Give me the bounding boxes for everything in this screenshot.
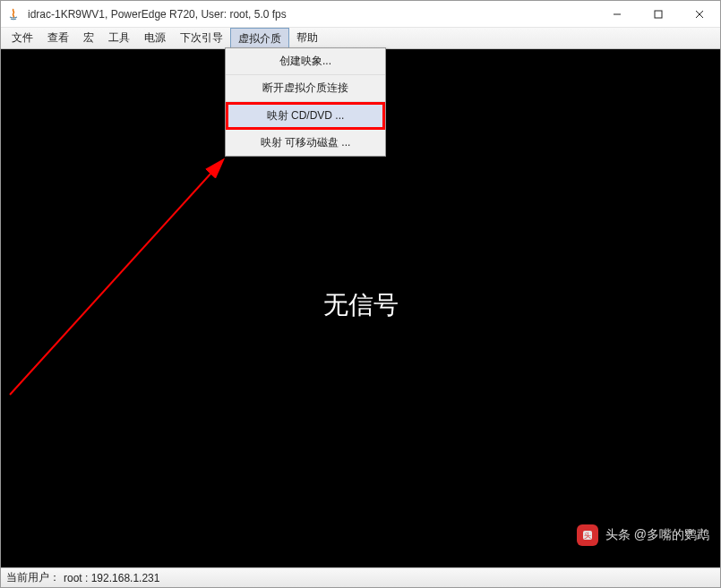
menu-file[interactable]: 文件 [4, 28, 40, 48]
statusbar: 当前用户： root : 192.168.1.231 [1, 567, 720, 587]
annotation-arrow [3, 99, 236, 404]
java-icon [6, 7, 21, 21]
menu-macro[interactable]: 宏 [76, 28, 101, 48]
menu-view[interactable]: 查看 [40, 28, 76, 48]
maximize-button[interactable] [638, 1, 679, 27]
window-controls [597, 1, 720, 27]
menu-virtual-media[interactable]: 虚拟介质 [230, 28, 289, 48]
svg-text:头: 头 [584, 532, 591, 540]
status-user-value: root : 192.168.1.231 [64, 572, 159, 584]
menu-tools[interactable]: 工具 [101, 28, 137, 48]
watermark-handle: @多嘴的鹦鹉 [634, 527, 709, 543]
dropdown-map-cddvd[interactable]: 映射 CD/DVD ... [226, 102, 385, 130]
status-label: 当前用户： [6, 570, 60, 585]
watermark: 头 头条 @多嘴的鹦鹉 [577, 524, 709, 546]
watermark-brand: 头条 [605, 527, 631, 543]
menu-help[interactable]: 帮助 [289, 28, 325, 48]
watermark-logo-icon: 头 [577, 524, 598, 546]
dropdown-create-image[interactable]: 创建映象... [226, 48, 385, 75]
svg-rect-1 [655, 11, 662, 18]
no-signal-message: 无信号 [323, 288, 399, 322]
titlebar: idrac-1KR9WV1, PowerEdge R720, User: roo… [1, 1, 720, 28]
menu-power[interactable]: 电源 [137, 28, 173, 48]
close-button[interactable] [679, 1, 720, 27]
menubar: 文件 查看 宏 工具 电源 下次引导 虚拟介质 帮助 [1, 28, 720, 49]
window-title: idrac-1KR9WV1, PowerEdge R720, User: roo… [26, 8, 597, 21]
svg-line-5 [10, 162, 221, 395]
dropdown-disconnect-media[interactable]: 断开虚拟介质连接 [226, 75, 385, 102]
dropdown-map-removable[interactable]: 映射 可移动磁盘 ... [226, 130, 385, 156]
menu-next-boot[interactable]: 下次引导 [173, 28, 230, 48]
virtual-media-dropdown: 创建映象... 断开虚拟介质连接 映射 CD/DVD ... 映射 可移动磁盘 … [225, 47, 386, 157]
minimize-button[interactable] [597, 1, 638, 27]
